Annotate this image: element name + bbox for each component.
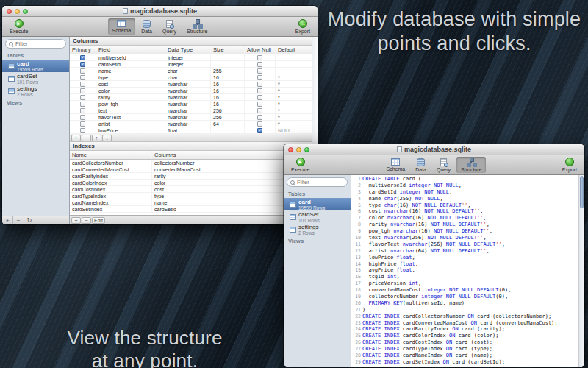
index-row[interactable]: cardColorIndexcolor xyxy=(70,180,318,186)
sql-line: priceVersion int, xyxy=(362,280,584,287)
primary-checkbox[interactable] xyxy=(80,88,85,93)
zoom-button[interactable] xyxy=(304,147,309,152)
filter-field[interactable] xyxy=(287,177,348,187)
titlebar[interactable]: magicdatabase.sqlite xyxy=(2,6,318,17)
allow-null-checkbox[interactable] xyxy=(257,82,262,87)
index-row[interactable]: cardCollectorsNumbercollectorsNumber xyxy=(70,160,318,166)
move-column-down-button[interactable]: ↓ xyxy=(102,135,112,141)
schema-button[interactable]: Schema xyxy=(382,155,410,174)
execute-button[interactable]: Execute xyxy=(287,155,314,174)
column-row[interactable]: cardSetIdinteger xyxy=(70,61,318,68)
index-row[interactable]: cardNameIndexname xyxy=(70,199,318,206)
column-header-field[interactable]: Field xyxy=(96,46,165,54)
allow-null-checkbox[interactable] xyxy=(257,55,262,60)
column-row[interactable]: lowPricefloatNULL xyxy=(70,127,318,134)
column-row[interactable]: raritynvarchar16* xyxy=(70,94,318,101)
data-button[interactable]: Data xyxy=(411,155,431,174)
allow-null-checkbox[interactable] xyxy=(257,68,262,74)
scrollbar-thumb[interactable] xyxy=(580,176,584,208)
primary-checkbox[interactable] xyxy=(80,121,85,127)
primary-checkbox[interactable] xyxy=(80,62,85,67)
column-header-size[interactable]: Size xyxy=(211,46,245,54)
allow-null-checkbox[interactable] xyxy=(257,128,262,133)
add-column-button[interactable]: + xyxy=(71,135,81,141)
allow-null-checkbox[interactable] xyxy=(257,62,262,67)
sidebar-item-cardSet[interactable]: cardSet101 Rows xyxy=(2,72,69,85)
field-datatype: nvarchar xyxy=(165,114,211,120)
add-index-button[interactable]: + xyxy=(71,217,81,224)
primary-checkbox[interactable] xyxy=(80,82,85,87)
field-size: 16 xyxy=(211,74,245,80)
index-header-columns[interactable]: Columns xyxy=(152,151,293,159)
column-row[interactable]: namechar255 xyxy=(70,68,318,74)
data-button[interactable]: Data xyxy=(137,17,157,36)
remove-column-button[interactable]: − xyxy=(82,135,91,141)
index-header-name[interactable]: Name xyxy=(70,151,152,159)
index-row[interactable]: cardConvertedManaCostconvertedManaCost xyxy=(70,166,318,173)
column-row[interactable]: flavorTextnvarchar256* xyxy=(70,114,318,121)
edit-index-button[interactable]: Edit xyxy=(92,217,105,224)
query-button[interactable]: Query xyxy=(432,155,455,174)
column-row[interactable]: typechar16* xyxy=(70,74,318,81)
move-column-up-button[interactable]: ↑ xyxy=(92,135,101,141)
column-header-primary[interactable]: Primary xyxy=(70,46,96,54)
primary-checkbox[interactable] xyxy=(80,115,85,120)
column-row[interactable]: pow_tghnvarchar16* xyxy=(70,101,318,107)
minimize-button[interactable] xyxy=(15,9,20,14)
primary-checkbox[interactable] xyxy=(80,55,85,60)
query-button[interactable]: Query xyxy=(158,17,181,36)
sidebar-item-card[interactable]: card19599 Rows xyxy=(2,60,69,72)
sidebar-item-card[interactable]: card19599 Rows xyxy=(284,198,351,210)
allow-null-checkbox[interactable] xyxy=(257,108,262,113)
column-header-datatype[interactable]: Data Type xyxy=(165,46,211,54)
schema-button[interactable]: Schema xyxy=(108,18,136,35)
column-row[interactable]: costnvarchar16* xyxy=(70,81,318,88)
index-row[interactable]: cardRarityIndexrarity xyxy=(70,173,318,180)
column-row[interactable]: artistnvarchar64* xyxy=(70,121,318,127)
sidebar-item-settings[interactable]: settings2 Rows xyxy=(284,223,351,236)
scrollbar[interactable] xyxy=(578,175,584,367)
primary-checkbox[interactable] xyxy=(80,108,85,113)
allow-null-checkbox[interactable] xyxy=(257,88,262,93)
line-number: 8 xyxy=(351,222,361,228)
sidebar-item-settings[interactable]: settings2 Rows xyxy=(2,85,69,97)
minimize-button[interactable] xyxy=(296,147,301,152)
execute-button[interactable]: Execute xyxy=(5,17,32,36)
allow-null-checkbox[interactable] xyxy=(257,75,262,80)
indexes-table-body: cardCollectorsNumbercollectorsNumbercard… xyxy=(70,160,318,213)
column-header-allownull[interactable]: Allow Null xyxy=(245,46,276,54)
remove-table-button[interactable]: − xyxy=(13,216,24,224)
structure-button[interactable]: Structure xyxy=(456,157,486,173)
filter-input[interactable] xyxy=(297,179,344,185)
line-number: 3 xyxy=(351,189,361,196)
primary-checkbox[interactable] xyxy=(80,75,85,80)
allow-null-checkbox[interactable] xyxy=(257,115,262,120)
primary-checkbox[interactable] xyxy=(80,128,85,133)
close-button[interactable] xyxy=(7,9,12,14)
refresh-button[interactable]: ↻ xyxy=(24,216,35,224)
index-row[interactable]: cardCostIndexcost xyxy=(70,186,318,193)
column-row[interactable]: colornvarchar16* xyxy=(70,88,318,94)
line-number: 18 xyxy=(351,287,361,294)
allow-null-checkbox[interactable] xyxy=(257,95,262,100)
primary-checkbox[interactable] xyxy=(80,68,85,74)
column-row[interactable]: textnvarchar256* xyxy=(70,107,318,114)
remove-index-button[interactable]: − xyxy=(82,217,91,224)
primary-checkbox[interactable] xyxy=(80,102,85,107)
allow-null-checkbox[interactable] xyxy=(257,121,262,127)
filter-input[interactable] xyxy=(15,40,62,47)
sidebar-item-cardSet[interactable]: cardSet101 Rows xyxy=(284,210,351,223)
structure-button[interactable]: Structure xyxy=(182,17,212,36)
allow-null-checkbox[interactable] xyxy=(257,102,262,107)
column-row[interactable]: multiverseIdinteger xyxy=(70,54,318,61)
index-row[interactable]: cardSetIndexcardSetId xyxy=(70,206,318,213)
add-table-button[interactable]: + xyxy=(2,216,13,224)
zoom-button[interactable] xyxy=(23,9,28,14)
export-button[interactable]: Export xyxy=(291,17,315,36)
close-button[interactable] xyxy=(288,147,293,152)
export-button[interactable]: Export xyxy=(558,155,581,174)
titlebar[interactable]: magicdatabase.sqlite xyxy=(284,144,584,155)
filter-field[interactable] xyxy=(5,39,66,49)
index-row[interactable]: cardTypeIndextype xyxy=(70,193,318,199)
primary-checkbox[interactable] xyxy=(80,95,85,100)
